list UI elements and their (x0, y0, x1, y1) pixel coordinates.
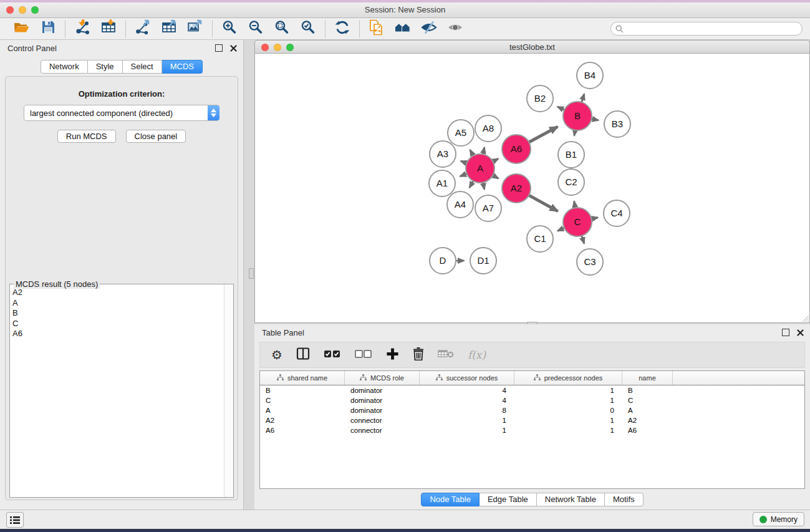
cell-successor-nodes[interactable]: 4 (420, 397, 514, 404)
zoom-out-button[interactable] (246, 20, 265, 37)
show-columns-button[interactable] (296, 347, 310, 362)
mcds-result-item[interactable]: C (12, 319, 224, 329)
close-network-button[interactable] (261, 44, 269, 51)
network-window-titlebar[interactable]: testGlobe.txt (254, 40, 810, 54)
table-row[interactable]: A6connector11A6 (260, 425, 804, 435)
close-panel-icon[interactable] (230, 45, 237, 52)
column-header-shared-name[interactable]: shared name (260, 371, 345, 385)
export-table-button[interactable] (160, 20, 178, 37)
node-D[interactable]: D (430, 248, 456, 274)
node-B[interactable]: B (563, 102, 592, 130)
table-row[interactable]: A2connector11A2 (260, 415, 804, 425)
cell-MCDS-role[interactable]: dominator (345, 387, 420, 394)
cell-successor-nodes[interactable]: 1 (420, 417, 514, 424)
export-image-button[interactable] (186, 20, 205, 37)
minimize-window-button[interactable] (19, 6, 26, 14)
table-settings-button[interactable]: ⚙ (271, 349, 282, 361)
node-A1[interactable]: A1 (429, 170, 455, 196)
network-canvas[interactable]: B4B2BB3B1A5A8A6A3AA1C2A2A4A7CC4C1C3DD1 (254, 54, 810, 323)
cell-shared-name[interactable]: C (260, 397, 345, 404)
node-A8[interactable]: A8 (475, 115, 501, 142)
zoom-fit-button[interactable] (272, 20, 291, 37)
duplicate-network-button[interactable] (367, 20, 386, 37)
node-B4[interactable]: B4 (577, 62, 603, 89)
cell-name[interactable]: C (622, 397, 673, 404)
node-B3[interactable]: B3 (604, 111, 630, 137)
node-D1[interactable]: D1 (470, 248, 496, 274)
cell-MCDS-role[interactable]: dominator (345, 397, 420, 404)
show-details-button[interactable] (446, 20, 465, 37)
node-A2[interactable]: A2 (502, 174, 531, 203)
clear-all-checks-button[interactable] (355, 349, 372, 362)
cell-predecessor-nodes[interactable]: 1 (514, 417, 622, 424)
memory-button[interactable]: Memory (753, 512, 804, 526)
cell-name[interactable]: A6 (622, 427, 673, 434)
mcds-result-item[interactable]: B (12, 308, 224, 319)
node-A[interactable]: A (466, 154, 494, 183)
refresh-button[interactable] (333, 20, 352, 37)
home-button[interactable] (393, 20, 412, 37)
cell-MCDS-role[interactable]: connector (345, 427, 420, 434)
mcds-result-item[interactable]: A (12, 298, 224, 309)
open-file-button[interactable] (12, 20, 31, 37)
vertical-scroll-thumb[interactable] (249, 268, 254, 279)
node-C3[interactable]: C3 (577, 249, 603, 275)
tab-style[interactable]: Style (88, 60, 123, 74)
column-header-name[interactable]: name (622, 371, 673, 385)
float-table-panel-icon[interactable] (782, 329, 789, 336)
minimize-network-button[interactable] (274, 44, 281, 51)
search-field[interactable] (610, 22, 803, 36)
cell-predecessor-nodes[interactable]: 1 (514, 427, 622, 434)
node-A5[interactable]: A5 (448, 120, 474, 146)
cell-name[interactable]: A2 (622, 417, 673, 424)
import-network-button[interactable] (73, 20, 92, 37)
node-C1[interactable]: C1 (527, 226, 553, 252)
table-row[interactable]: Adominator80A (260, 405, 804, 415)
table-row[interactable]: Cdominator41C (260, 395, 804, 405)
cell-shared-name[interactable]: A2 (260, 417, 345, 424)
column-header-successor-nodes[interactable]: successor nodes (420, 371, 514, 385)
task-history-button[interactable] (6, 512, 24, 528)
search-input[interactable] (627, 24, 798, 34)
column-header-MCDS-role[interactable]: MCDS role (345, 371, 420, 385)
node-A6[interactable]: A6 (502, 135, 531, 163)
mcds-result-list[interactable]: A2ABCA6 (10, 286, 224, 497)
node-C[interactable]: C (563, 208, 592, 236)
run-mcds-button[interactable]: Run MCDS (57, 130, 116, 143)
zoom-network-button[interactable] (286, 44, 294, 51)
resize-grip[interactable] (801, 314, 809, 322)
hide-details-button[interactable] (420, 20, 438, 37)
zoom-in-button[interactable] (220, 20, 239, 37)
cell-predecessor-nodes[interactable]: 1 (514, 397, 622, 404)
delete-table-button[interactable] (438, 349, 454, 361)
tab-select[interactable]: Select (123, 60, 162, 74)
tab-motifs[interactable]: Motifs (605, 493, 644, 506)
edge-A2-C[interactable] (528, 195, 557, 211)
node-C2[interactable]: C2 (558, 169, 584, 195)
column-header-predecessor-nodes[interactable]: predecessor nodes (514, 371, 622, 385)
float-panel-icon[interactable] (215, 44, 223, 52)
cell-MCDS-role[interactable]: dominator (345, 407, 420, 414)
node-B1[interactable]: B1 (558, 142, 584, 168)
zoom-selected-button[interactable] (299, 20, 317, 37)
edge-A6-B[interactable] (528, 127, 557, 143)
close-panel-button[interactable]: Close panel (126, 130, 186, 143)
close-table-panel-icon[interactable] (797, 329, 804, 336)
save-session-button[interactable] (39, 20, 57, 37)
cell-successor-nodes[interactable]: 8 (420, 407, 514, 414)
node-A3[interactable]: A3 (430, 141, 456, 167)
mcds-result-item[interactable]: A2 (12, 288, 224, 298)
function-builder-button[interactable]: f(x) (468, 349, 486, 361)
criterion-select[interactable]: largest connected component (directed) (24, 105, 219, 121)
node-A7[interactable]: A7 (475, 195, 501, 221)
result-scrollbar[interactable] (224, 284, 233, 497)
tab-node-table[interactable]: Node Table (421, 493, 480, 506)
cell-name[interactable]: B (622, 387, 673, 394)
node-C4[interactable]: C4 (604, 200, 630, 226)
network-graph[interactable]: B4B2BB3B1A5A8A6A3AA1C2A2A4A7CC4C1C3DD1 (255, 54, 809, 322)
table-row[interactable]: Bdominator41B (260, 385, 804, 395)
export-network-button[interactable] (133, 20, 152, 37)
cell-successor-nodes[interactable]: 1 (420, 427, 514, 434)
node-B2[interactable]: B2 (527, 85, 553, 112)
close-window-button[interactable] (6, 6, 14, 14)
